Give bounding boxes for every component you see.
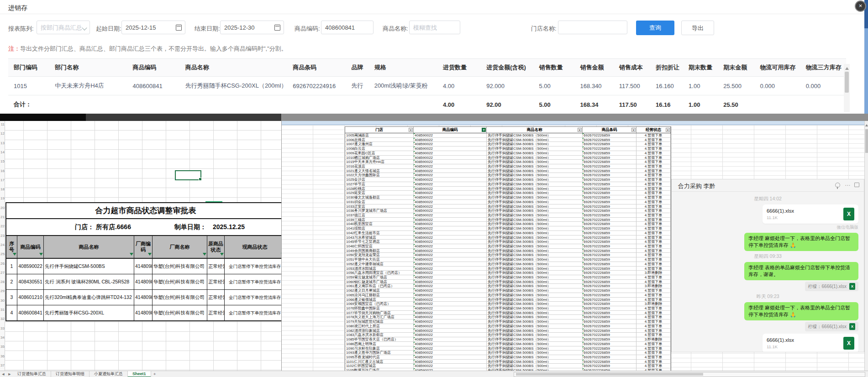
store-row[interactable]: 1083六盘水滨水新都店408590022先行伴手焖烧罐CSM-500BS（50… [345,333,671,337]
store-row[interactable]: 1033正安店408590022先行伴手焖烧罐CSM-500BS（500ml）6… [345,204,671,209]
scrollbar-thumb[interactable] [516,373,703,376]
store-row[interactable]: 1078兴义岩大上海万汇广场店408590022先行伴手焖烧罐CSM-500BS… [345,315,671,319]
store-row[interactable]: 1006息烽店408590022先行伴手焖烧罐CSM-500BS（500ml）6… [345,138,671,142]
pin-icon[interactable] [835,183,840,188]
quoted-file-reference[interactable]: 柠檬：6666(1).xlsxX [805,322,858,331]
filter-dropdown-icon[interactable] [39,253,43,257]
export-button[interactable]: 导出 [681,21,714,35]
filter-dropdown-icon[interactable] [13,253,16,257]
store-row[interactable]: 1056六盘水雨田境贸店（已闭店）408590022先行伴手焖烧罐CSM-500… [345,271,671,275]
sheet-tab-订货通知单明细[interactable]: 订货通知单明细 [51,371,89,377]
store-row[interactable]: 1052遵义中建幸福城店408590022先行伴手焖烧罐CSM-500BS（50… [345,262,671,267]
scrollbar-thumb[interactable] [845,72,849,93]
add-sheet-button[interactable]: ＋ [151,371,158,377]
store-row[interactable]: 1086西南上明珠店408590022先行伴手焖烧罐CSM-500BS（500m… [345,342,671,346]
store-row[interactable]: 1027毕节店408590022先行伴手焖烧罐CSM-500BS（500ml）6… [345,182,671,187]
store-row[interactable]: 1037德江店408590022先行伴手焖烧罐CSM-500BS（500ml）6… [345,213,671,218]
store-row[interactable]: 1025金沙店408590022先行伴手焖烧罐CSM-500BS（500ml）6… [345,178,671,182]
approval-column-header[interactable]: 商品名称 [44,236,134,258]
store-row[interactable]: 1031织金店408590022先行伴手焖烧罐CSM-500BS（500ml）6… [345,200,671,204]
filter-dropdown-icon[interactable]: ▾ [666,128,670,132]
sheet-tab-订货通知单汇总[interactable]: 订货通知单汇总 [13,371,51,377]
filter-dropdown-icon[interactable] [220,253,224,257]
report-type-select[interactable]: 按部门商品汇总 [37,21,90,34]
store-row[interactable]: 1015中天未来方舟H4店408590022先行伴手焖烧罐CSM-500BS（5… [345,160,671,164]
store-row[interactable]: 1079天恒城匠世纪城店408590022先行伴手焖烧罐CSM-500BS（50… [345,319,671,324]
file-message-card[interactable]: 6666(1).xlsx11.1KX [763,334,858,352]
store-row[interactable]: 1028松桃店408590022先行伴手焖烧罐CSM-500BS（500ml）6… [345,187,671,191]
store-row[interactable]: 1090习水鲜生印象店408590022先行伴手焖烧罐CSM-500BS（500… [345,346,671,351]
popout-icon[interactable] [854,183,859,187]
window-vertical-scrollbar[interactable] [864,0,868,114]
store-column-header[interactable]: 经营状态▾ [637,127,671,133]
store-row[interactable]: 1101仁川汇遵义古城店408590022先行伴手焖烧罐CSM-500BS（50… [345,360,671,364]
filter-dropdown-icon[interactable] [148,253,152,257]
filter-dropdown-icon[interactable]: ▾ [409,128,413,132]
store-row[interactable]: 1045毕节七之贸易店408590022先行伴手焖烧罐CSM-500BS（500… [345,240,671,244]
store-row[interactable]: 1040凯里国贸店408590022先行伴手焖烧罐CSM-500BS（500ml… [345,222,671,226]
sheet-nav-arrow[interactable]: ◀ [0,371,6,377]
store-row[interactable]: 1046仁怀国贸店408590022先行伴手焖烧罐CSM-500BS（500ml… [345,244,671,249]
store-row[interactable]: 1009花果园C区店408590022先行伴手焖烧罐CSM-500BS（500m… [345,151,671,156]
store-row[interactable]: 1016花溪店408590022先行伴手焖烧罐CSM-500BS（500ml）6… [345,164,671,169]
store-row[interactable]: 1080凌江时代上层店408590022先行伴手焖烧罐CSM-500BS（500… [345,324,671,329]
store-row[interactable]: 1102仁怀国贸城店408590022先行伴手焖烧罐CSM-500BS（500m… [345,364,671,368]
store-row[interactable]: 1061遵义南宗和店（已闭店）408590022先行伴手焖烧罐CSM-500BS… [345,284,671,288]
approval-column-header[interactable]: 序号 [6,236,17,258]
store-row[interactable]: 1093遵义恩华万国际广场店408590022先行伴手焖烧罐CSM-500BS（… [345,351,671,355]
scrollbar-thumb[interactable] [865,129,868,153]
filter-dropdown-icon[interactable] [203,253,206,257]
store-row[interactable]: 1008白云店408590022先行伴手焖烧罐CSM-500BS（500ml）6… [345,147,671,151]
approval-column-header[interactable]: 现商品状态 [225,236,285,258]
excel-vertical-scrollbar[interactable] [864,121,868,371]
store-row[interactable]: 1049余庆国腾商都店408590022先行伴手焖烧罐CSM-500BS（500… [345,249,671,253]
excel-selected-cell[interactable] [175,170,201,180]
store-row[interactable]: 1042红果生活超市店408590022先行伴手焖烧罐CSM-500BS（500… [345,231,671,236]
store-row[interactable]: 1007遵义播州店408590022先行伴手焖烧罐CSM-500BS（500ml… [345,142,671,147]
store-row[interactable]: 1005南浦路店408590022先行伴手焖烧罐CSM-500BS（500ml）… [345,133,671,138]
store-column-header[interactable]: 商品条码▾ [583,127,637,133]
approval-column-header[interactable]: 商品编码 [17,236,44,258]
sheet-tab-sheet1[interactable]: Sheet1 [128,371,151,377]
filter-dropdown-icon[interactable] [130,253,133,257]
store-row[interactable]: 1043习水希望城店408590022先行伴手焖烧罐CSM-500BS（500m… [345,236,671,240]
approval-column-header[interactable]: 厂商编码 [134,236,153,258]
store-row[interactable]: 1022大方佳鑫国际店408590022先行伴手焖烧罐CSM-500BS（500… [345,173,671,178]
close-icon[interactable]: × [855,0,866,12]
product-name-input[interactable]: 模糊查找 [409,21,460,34]
table-vertical-scrollbar[interactable] [844,64,850,112]
filter-dropdown-icon[interactable]: ▾ [631,128,636,132]
more-icon[interactable]: ⋯ [845,183,850,188]
query-button[interactable]: 查询 [636,21,674,35]
start-date-input[interactable]: 2025-12-15 [121,21,185,34]
store-column-header[interactable]: 商品编码T [414,127,487,133]
store-row[interactable]: 1053湄潭水阳城店408590022先行伴手焖烧罐CSM-500BS（500m… [345,267,671,271]
store-name-input[interactable] [558,21,627,34]
store-row[interactable]: 1051平塘中央大街店408590022先行伴手焖烧罐CSM-500BS（500… [345,257,671,262]
store-row[interactable]: 1062遵义日月星城店408590022先行伴手焖烧罐CSM-500BS（500… [345,288,671,293]
store-row[interactable]: 1060铜仁魅龙城市广场店408590022先行伴手焖烧罐CSM-500BS（5… [345,280,671,284]
store-row[interactable]: 1077毕节倒天河购物广场店408590022先行伴手焖烧罐CSM-500BS（… [345,311,671,315]
table-row[interactable]: 1015中天未来方舟H4店408600841先行秀丽随手杯CSG-200XL（2… [8,77,846,95]
store-row[interactable]: 1076怀阳鑫中国际店408590022先行伴手焖烧罐CSM-500BS（500… [345,306,671,311]
store-row[interactable]: 1095齐蔡龙城时代店408590022先行伴手焖烧罐CSM-500BS（500… [345,355,671,360]
file-message-card[interactable]: 6666(1).xlsx11.1KX [763,204,858,224]
excel-horizontal-scrollbar[interactable] [514,372,865,377]
approval-column-header[interactable]: 厂商名称 [153,236,207,258]
store-row[interactable]: 1050安龙翔龙嘉荣店408590022先行伴手焖烧罐CSM-500BS（500… [345,253,671,257]
store-row[interactable]: 1066遵义银领城店408590022先行伴手焖烧罐CSM-500BS（500m… [345,298,671,302]
horizontal-scrollbar[interactable] [0,114,282,121]
store-row[interactable]: 1039三穗店408590022先行伴手焖烧罐CSM-500BS（500ml）6… [345,218,671,222]
store-row[interactable]: 1059紫云魅龙城市广场店408590022先行伴手焖烧罐CSM-500BS（5… [345,275,671,280]
scrollbar-thumb[interactable] [0,114,86,121]
sheet-nav-arrow[interactable]: ▶ [6,371,13,377]
store-column-header[interactable]: 商品名称▾ [487,127,583,133]
store-row[interactable]: 1030修文文城逸都店408590022先行伴手焖烧罐CSM-500BS（500… [345,195,671,200]
filter-active-icon[interactable]: T [482,128,486,132]
product-code-input[interactable]: 408600841 [321,21,374,34]
filter-dropdown-icon[interactable]: ▾ [578,128,582,132]
store-row[interactable]: 1036务川梦龙城市广场店408590022先行伴手焖烧罐CSM-500BS（5… [345,209,671,213]
sheet-tab-小夏通知单汇总[interactable]: 小夏通知单汇总 [89,371,128,377]
approval-column-header[interactable]: 原商品状态 [207,236,225,258]
store-row[interactable]: 1041绥阳店408590022先行伴手焖烧罐CSM-500BS（500ml）6… [345,226,671,231]
